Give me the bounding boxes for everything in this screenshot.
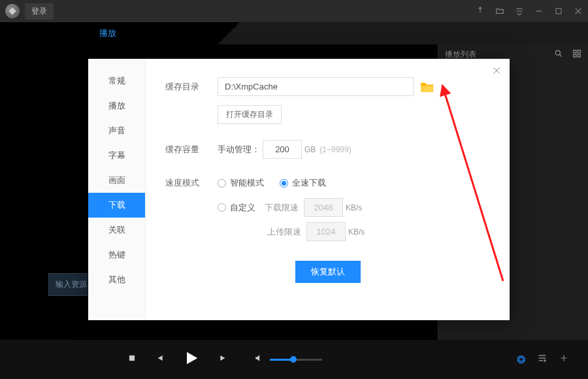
svg-rect-2 <box>574 50 576 52</box>
download-limit-input[interactable] <box>304 198 343 217</box>
add-icon[interactable] <box>559 354 568 365</box>
open-cache-dir-button[interactable]: 打开缓存目录 <box>218 105 282 124</box>
close-icon[interactable] <box>574 7 583 16</box>
search-icon[interactable] <box>554 49 563 60</box>
svg-rect-4 <box>574 54 576 57</box>
tabbar: 播放 <box>0 22 588 44</box>
titlebar: 登录 <box>0 0 588 22</box>
settings-body: 缓存目录 打开缓存目录 缓存容量 手动管理： GB (1~9999) 速度模式 … <box>146 59 510 320</box>
cache-cap-label: 缓存容量 <box>165 144 218 156</box>
dl-unit: KB/s <box>346 203 362 212</box>
playlist-toggle-icon[interactable] <box>537 353 547 366</box>
cache-cap-hint: (1~9999) <box>319 145 351 154</box>
footprint-icon[interactable]: ❂ <box>517 354 525 366</box>
tab-play[interactable]: 播放 <box>0 22 216 44</box>
nav-subtitle[interactable]: 字幕 <box>88 143 145 168</box>
nav-hotkey[interactable]: 热键 <box>88 242 145 267</box>
nav-sound[interactable]: 声音 <box>88 118 145 143</box>
radio-full-speed[interactable]: 全速下载 <box>280 177 326 189</box>
nav-other[interactable]: 其他 <box>88 267 145 292</box>
svg-rect-5 <box>578 54 580 57</box>
speed-mode-label: 速度模式 <box>165 177 218 189</box>
settings-dialog: 常规 播放 声音 字幕 画面 下载 关联 热键 其他 缓存目录 打开缓存目录 缓… <box>88 59 510 320</box>
nav-download[interactable]: 下载 <box>88 193 145 218</box>
url-input-box[interactable]: 输入资源 <box>48 273 88 296</box>
volume-slider[interactable] <box>270 359 322 361</box>
cache-cap-unit: GB <box>304 145 316 154</box>
ul-unit: KB/s <box>348 227 365 237</box>
volume-icon[interactable] <box>254 354 263 365</box>
player-controls: ❂ <box>0 340 588 379</box>
nav-screen[interactable]: 画面 <box>88 168 145 193</box>
svg-rect-3 <box>578 50 580 52</box>
minimize-icon[interactable] <box>534 7 544 16</box>
playlist-title: 播放列表 <box>445 49 545 60</box>
manual-manage-label: 手动管理： <box>218 144 260 156</box>
nav-playback[interactable]: 播放 <box>88 93 145 118</box>
nav-association[interactable]: 关联 <box>88 218 145 242</box>
radio-custom[interactable]: 自定义 <box>218 202 255 214</box>
login-button[interactable]: 登录 <box>25 3 54 20</box>
svg-point-1 <box>555 50 560 55</box>
reset-default-button[interactable]: 恢复默认 <box>295 261 361 283</box>
nav-general[interactable]: 常规 <box>88 69 145 93</box>
cache-dir-input[interactable] <box>218 77 414 96</box>
settings-nav: 常规 播放 声音 字幕 画面 下载 关联 热键 其他 <box>88 59 146 320</box>
cache-dir-label: 缓存目录 <box>165 81 218 93</box>
next-button[interactable] <box>219 354 228 365</box>
avatar[interactable] <box>5 4 20 18</box>
maximize-icon[interactable] <box>554 7 563 16</box>
svg-rect-0 <box>556 8 561 14</box>
folder-open-icon[interactable] <box>495 7 504 16</box>
upload-limit-input[interactable] <box>306 222 346 241</box>
menu-dropdown-icon[interactable] <box>515 7 524 16</box>
browse-folder-icon[interactable] <box>420 81 434 93</box>
upload-limit-label: 上传限速 <box>267 226 306 238</box>
tab-slope <box>216 22 242 44</box>
stop-button[interactable] <box>127 354 137 365</box>
play-button[interactable] <box>182 349 201 370</box>
svg-rect-6 <box>129 355 135 361</box>
grid-view-icon[interactable] <box>572 49 581 60</box>
previous-button[interactable] <box>155 354 164 365</box>
cache-cap-input[interactable] <box>263 140 302 159</box>
download-limit-label: 下载限速 <box>265 202 304 214</box>
radio-smart-mode[interactable]: 智能模式 <box>218 177 264 189</box>
pin-icon[interactable] <box>476 7 485 16</box>
